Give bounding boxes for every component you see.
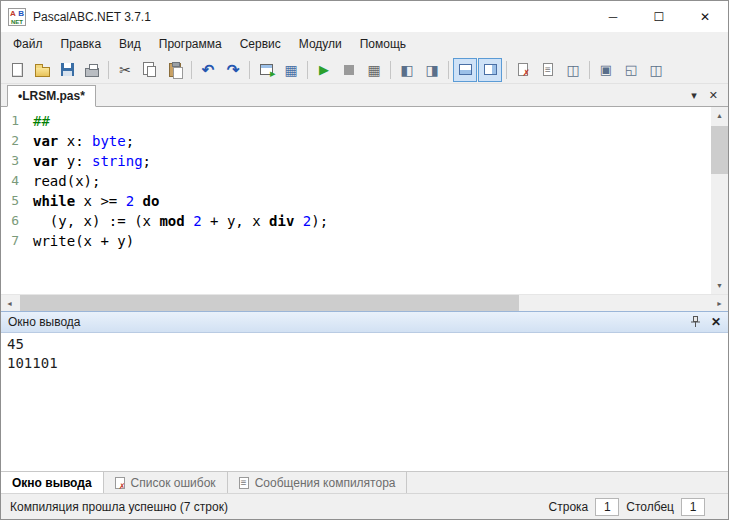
menu-bar: ФайлПравкаВидПрограммаСервисМодулиПомощь [1,32,728,56]
open-file-button[interactable] [30,58,54,82]
status-column-label: Столбец [626,500,674,514]
vertical-scroll-thumb[interactable] [711,126,728,174]
maximize-button[interactable]: ☐ [636,1,682,32]
line-number: 3 [1,151,33,171]
code-line: 7write(x + y) [1,231,711,251]
app-window: ABNET PascalABC.NET 3.7.1 ─ ☐ ✕ ФайлПрав… [0,0,729,520]
paste-button[interactable] [163,58,187,82]
run-icon [319,62,329,77]
error-list-button[interactable] [511,58,535,82]
toolbar-separator [589,61,590,79]
compile-button[interactable] [279,58,303,82]
tile-windows-button[interactable] [619,58,643,82]
horizontal-scroll-track[interactable] [18,295,711,311]
code-line: 4read(x); [1,171,711,191]
pin-icon[interactable] [690,316,701,328]
redo-button[interactable] [221,58,245,82]
cascade-windows-button[interactable] [594,58,618,82]
code-editor[interactable]: 1##2var x: byte;3var y: string;4read(x);… [1,107,711,294]
line-number: 1 [1,111,33,131]
menu-item-edit[interactable]: Правка [52,32,111,56]
status-column-value: 1 [681,498,705,516]
show-form-icon [400,62,413,78]
show-code-button[interactable] [420,58,444,82]
scroll-right-icon[interactable]: ► [711,295,728,312]
vertical-scroll-track[interactable] [711,124,728,277]
code-line: 6 (y, x) := (x mod 2 + y, x div 2); [1,211,711,231]
output-content: 45101101 [1,333,728,471]
code-line: 5while x >= 2 do [1,191,711,211]
compiler-messages-icon [543,63,553,76]
bottom-tab-bar: Окно выводаСписок ошибокСообщения компил… [1,471,728,493]
tile-windows-icon [625,62,637,77]
menu-item-service[interactable]: Сервис [231,32,290,56]
scroll-down-icon[interactable]: ▼ [711,277,728,294]
toolbar-separator [506,61,507,79]
code-text: read(x); [33,171,100,191]
status-bar: Компиляция прошла успешно (7 строк) Стро… [1,493,728,519]
arrange-windows-icon [649,62,662,78]
undo-button[interactable] [196,58,220,82]
output-close-icon[interactable]: ✕ [711,315,721,329]
toolbar-separator [108,61,109,79]
code-text: var y: string; [33,151,151,171]
toggle-output-window-button[interactable] [453,58,477,82]
bottom-tab-errors[interactable]: Список ошибок [104,472,228,493]
menu-item-program[interactable]: Программа [150,32,231,56]
open-file-icon [35,67,50,77]
app-logo-icon: ABNET [8,8,26,26]
menu-item-view[interactable]: Вид [110,32,150,56]
code-text: ## [33,111,50,131]
copy-button[interactable] [138,58,162,82]
scroll-left-icon[interactable]: ◄ [1,295,18,312]
save-file-button[interactable] [55,58,79,82]
toggle-compiler-panel-icon [484,64,497,75]
new-file-button[interactable] [5,58,29,82]
print-button[interactable] [80,58,104,82]
run-button[interactable] [312,58,336,82]
show-form-button[interactable] [395,58,419,82]
line-number: 4 [1,171,33,191]
save-file-icon [61,63,74,76]
tab-close-icon[interactable]: ✕ [709,89,718,102]
close-button[interactable]: ✕ [682,1,728,32]
bottom-tab-label: Окно вывода [12,476,92,490]
code-text: write(x + y) [33,231,134,251]
bottom-tab-label: Список ошибок [131,476,216,490]
arrange-windows-button[interactable] [644,58,668,82]
run-console-icon [260,64,273,75]
run-console-button[interactable] [254,58,278,82]
toolbar-separator [307,61,308,79]
error-list-icon [518,63,528,76]
editor-main: 1##2var x: byte;3var y: string;4read(x);… [1,107,728,294]
horizontal-scroll-thumb[interactable] [20,295,519,311]
editor-vertical-scrollbar[interactable]: ▲ ▼ [711,107,728,294]
errors-tab-icon [115,477,125,489]
output-window-title: Окно вывода [8,315,81,329]
editor-horizontal-scrollbar[interactable]: ◄ ► [1,294,728,311]
editor-tab-bar: •LRSM.pas* ▾ ✕ [1,84,728,107]
stop-button[interactable] [337,58,361,82]
output-line: 45 [7,335,722,354]
line-number: 7 [1,231,33,251]
compiler-messages-button[interactable] [536,58,560,82]
print-icon [85,68,99,77]
menu-item-help[interactable]: Помощь [351,32,415,56]
code-text: var x: byte; [33,131,134,151]
editor-tab[interactable]: •LRSM.pas* [7,85,96,107]
toggle-compiler-panel-button[interactable] [478,58,502,82]
bottom-tab-output[interactable]: Окно вывода [1,472,104,493]
cut-button[interactable] [113,58,137,82]
minimize-button[interactable]: ─ [590,1,636,32]
menu-item-modules[interactable]: Модули [290,32,351,56]
menu-item-file[interactable]: Файл [4,32,52,56]
scroll-up-icon[interactable]: ▲ [711,107,728,124]
bottom-tab-compiler[interactable]: Сообщения компилятора [228,472,408,493]
tab-list-dropdown-icon[interactable]: ▾ [691,89,697,102]
toggle-output-window-icon [459,64,472,75]
modules-window-button[interactable] [561,58,585,82]
output-window-header: Окно вывода ✕ [1,311,728,333]
title-bar: ABNET PascalABC.NET 3.7.1 ─ ☐ ✕ [1,1,728,32]
toolbar-separator [390,61,391,79]
calculator-button[interactable] [362,58,386,82]
